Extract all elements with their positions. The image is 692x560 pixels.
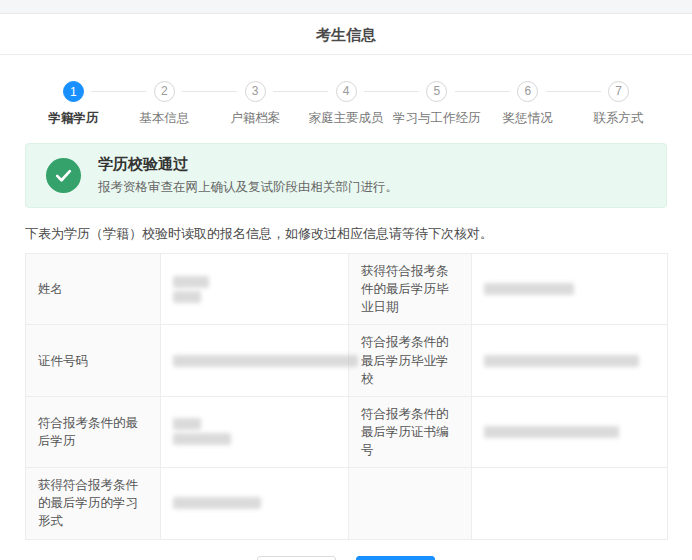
value-cert-number-redacted: [472, 396, 668, 467]
value-grad-date-redacted: [472, 254, 668, 325]
prev-step-button[interactable]: 上一步: [257, 556, 336, 560]
success-banner-text: 学历校验通过 报考资格审查在网上确认及复试阶段由相关部门进行。: [98, 155, 398, 196]
step-7-label: 联系方式: [594, 110, 644, 127]
step-1-label: 学籍学历: [48, 110, 98, 127]
value-last-degree-redacted: [161, 396, 349, 467]
success-title: 学历校验通过: [98, 155, 398, 174]
success-banner: 学历校验通过 报考资格审查在网上确认及复试阶段由相关部门进行。: [25, 143, 667, 208]
step-4-label: 家庭主要成员: [309, 110, 384, 127]
step-2-circle: 2: [154, 81, 175, 102]
step-lianxi-fangshi[interactable]: 7 联系方式: [573, 81, 664, 127]
label-empty: [349, 468, 472, 539]
page-title: 考生信息: [0, 14, 692, 55]
label-cert-number: 符合报考条件的最后学历证书编号: [349, 396, 472, 467]
step-6-circle: 6: [517, 81, 538, 102]
value-empty: [472, 468, 668, 539]
step-jiating-chengyuan[interactable]: 4 家庭主要成员: [301, 81, 392, 127]
step-1-circle: 1: [63, 81, 84, 102]
step-4-circle: 4: [336, 81, 357, 102]
next-step-button[interactable]: 下一步: [356, 556, 435, 560]
steps-wizard: 1 学籍学历 2 基本信息 3 户籍档案 4 家庭主要成员 5 学习与工作经历 …: [0, 55, 692, 127]
step-jiben-xinxi[interactable]: 2 基本信息: [119, 81, 210, 127]
table-intro-text: 下表为学历（学籍）校验时读取的报名信息，如修改过相应信息请等待下次核对。: [25, 225, 667, 243]
step-2-label: 基本信息: [139, 110, 189, 127]
label-grad-school: 符合报考条件的最后学历毕业学校: [349, 325, 472, 396]
value-study-form-redacted: [161, 468, 349, 539]
verification-info-table: 姓名 获得符合报考条件的最后学历毕业日期 证件号码 符合报考条件的最后学历毕业学…: [25, 253, 668, 540]
step-3-circle: 3: [245, 81, 266, 102]
success-subtitle: 报考资格审查在网上确认及复试阶段由相关部门进行。: [98, 179, 398, 196]
step-xuexi-gongzuo[interactable]: 5 学习与工作经历: [391, 81, 482, 127]
label-last-degree: 符合报考条件的最后学历: [26, 396, 161, 467]
label-grad-date: 获得符合报考条件的最后学历毕业日期: [349, 254, 472, 325]
label-id-number: 证件号码: [26, 325, 161, 396]
step-jiangcheng[interactable]: 6 奖惩情况: [482, 81, 573, 127]
value-id-number-redacted: [161, 325, 349, 396]
wizard-buttons: 上一步 下一步: [0, 556, 692, 560]
step-6-label: 奖惩情况: [503, 110, 553, 127]
label-name: 姓名: [26, 254, 161, 325]
top-bar: [0, 0, 692, 14]
step-huji-dangan[interactable]: 3 户籍档案: [210, 81, 301, 127]
label-study-form: 获得符合报考条件的最后学历的学习形式: [26, 468, 161, 539]
table-row: 姓名 获得符合报考条件的最后学历毕业日期: [26, 254, 668, 325]
step-3-label: 户籍档案: [230, 110, 280, 127]
table-row: 证件号码 符合报考条件的最后学历毕业学校: [26, 325, 668, 396]
table-row: 获得符合报考条件的最后学历的学习形式: [26, 468, 668, 539]
step-xueji-xueli[interactable]: 1 学籍学历: [28, 81, 119, 127]
success-check-icon: [46, 158, 81, 193]
value-name-redacted: [161, 254, 349, 325]
step-7-circle: 7: [608, 81, 629, 102]
step-5-label: 学习与工作经历: [393, 110, 481, 127]
step-5-circle: 5: [426, 81, 447, 102]
table-row: 符合报考条件的最后学历 符合报考条件的最后学历证书编号: [26, 396, 668, 467]
value-grad-school-redacted: [472, 325, 668, 396]
